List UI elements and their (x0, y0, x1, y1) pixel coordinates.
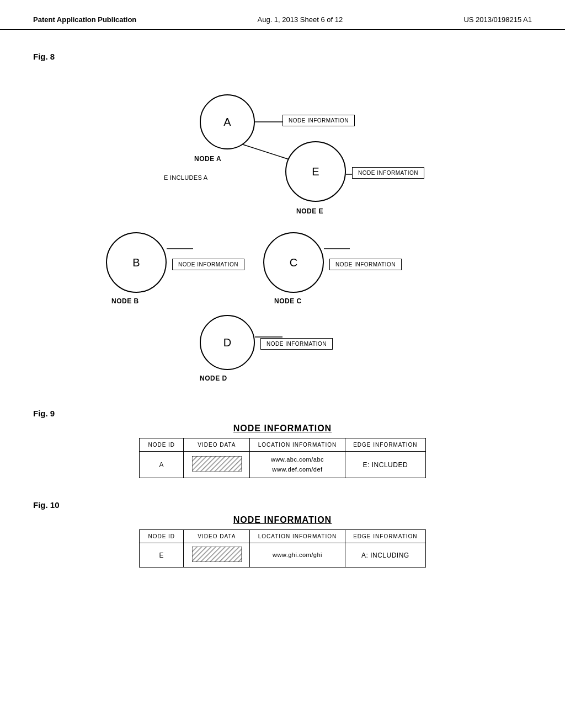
fig10-cell-nodeid: E (140, 543, 184, 568)
fig10-table: NODE ID VIDEO DATA LOCATION INFORMATION … (139, 529, 426, 568)
fig9-label: Fig. 9 (33, 409, 532, 418)
fig9-data-row: A (140, 452, 426, 478)
fig10-hatch-svg (192, 547, 242, 562)
node-b-label: NODE B (111, 297, 139, 305)
fig9-table: NODE ID VIDEO DATA LOCATION INFORMATION … (139, 438, 426, 478)
fig10-data-row: E (140, 543, 426, 568)
node-d-label: NODE D (200, 374, 227, 382)
fig9-col-edge: EDGE INFORMATION (345, 438, 425, 452)
edge-e-includes-a: E INCLUDES A (164, 174, 207, 181)
fig9-cell-videodata (184, 452, 250, 478)
fig10-label: Fig. 10 (33, 500, 532, 510)
node-a-circle: A (200, 94, 255, 149)
fig9-hatch-svg (192, 456, 242, 472)
header-publication-label: Patent Application Publication (33, 15, 136, 24)
fig10-table-title: NODE INFORMATION (33, 515, 532, 525)
fig10-cell-location: www.ghi.com/ghi (250, 543, 345, 568)
node-e-circle: E (285, 141, 346, 202)
main-content: Fig. 8 A NODE INFORMATION NODE A E NODE … (0, 30, 565, 579)
fig10-section: Fig. 10 NODE INFORMATION NODE ID VIDEO D… (33, 500, 532, 568)
fig10-cell-videodata (184, 543, 250, 568)
fig10-cell-edge: A: INCLUDING (345, 543, 425, 568)
node-c-circle: C (263, 232, 324, 293)
node-d-circle: D (200, 315, 255, 370)
fig10-col-videodata: VIDEO DATA (184, 530, 250, 543)
fig10-hatch-pattern (192, 547, 242, 562)
fig9-section: Fig. 9 NODE INFORMATION NODE ID VIDEO DA… (33, 409, 532, 478)
fig9-col-location: LOCATION INFORMATION (250, 438, 345, 452)
fig9-cell-nodeid: A (140, 452, 184, 478)
node-e-info: NODE INFORMATION (352, 167, 424, 179)
fig10-col-location: LOCATION INFORMATION (250, 530, 345, 543)
svg-line-1 (241, 144, 292, 160)
node-a-label: NODE A (194, 155, 221, 163)
svg-rect-7 (192, 456, 242, 472)
page-header: Patent Application Publication Aug. 1, 2… (0, 0, 565, 30)
fig8-diagram: A NODE INFORMATION NODE A E NODE INFORMA… (45, 67, 520, 387)
fig8-label: Fig. 8 (33, 52, 532, 61)
fig9-hatch-pattern (192, 456, 242, 472)
node-c-info: NODE INFORMATION (329, 259, 402, 270)
node-b-info: NODE INFORMATION (172, 259, 244, 270)
fig9-cell-edge: E: INCLUDED (345, 452, 425, 478)
fig9-header-row: NODE ID VIDEO DATA LOCATION INFORMATION … (140, 438, 426, 452)
svg-rect-9 (192, 547, 242, 562)
header-patent-number: US 2013/0198215 A1 (463, 15, 532, 24)
node-c-label: NODE C (274, 297, 302, 305)
fig9-cell-location: www.abc.com/abcwww.def.com/def (250, 452, 345, 478)
fig9-col-nodeid: NODE ID (140, 438, 184, 452)
fig9-col-videodata: VIDEO DATA (184, 438, 250, 452)
fig10-header-row: NODE ID VIDEO DATA LOCATION INFORMATION … (140, 530, 426, 543)
node-e-label: NODE E (296, 207, 323, 215)
fig10-col-nodeid: NODE ID (140, 530, 184, 543)
node-d-info: NODE INFORMATION (260, 338, 333, 350)
node-b-circle: B (106, 232, 167, 293)
fig9-table-title: NODE INFORMATION (33, 424, 532, 433)
node-a-info: NODE INFORMATION (282, 115, 355, 126)
header-sheet-info: Aug. 1, 2013 Sheet 6 of 12 (258, 15, 343, 24)
fig10-col-edge: EDGE INFORMATION (345, 530, 425, 543)
